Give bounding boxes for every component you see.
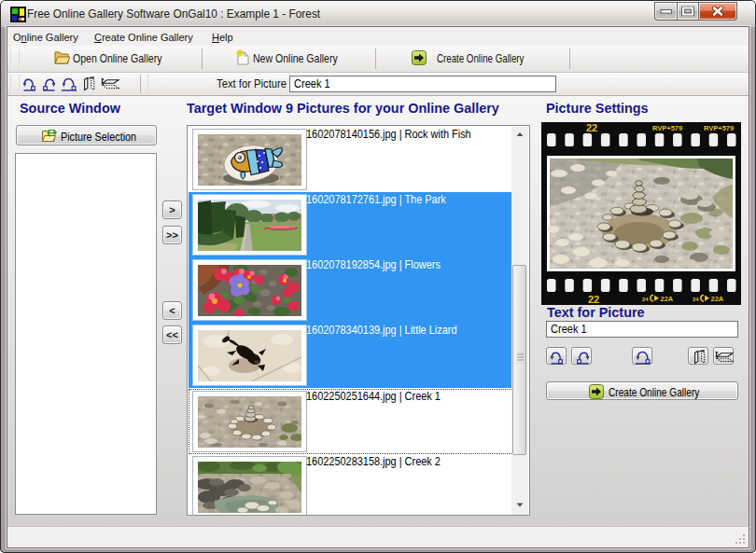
svg-text:22A: 22A: [711, 295, 724, 303]
svg-text:24: 24: [642, 297, 649, 302]
svg-text:RVP+579: RVP+579: [704, 124, 734, 132]
svg-text:22A: 22A: [661, 295, 674, 303]
svg-text:24: 24: [693, 297, 699, 302]
svg-text:22: 22: [586, 122, 597, 133]
svg-text:RVP+579: RVP+579: [652, 124, 682, 132]
